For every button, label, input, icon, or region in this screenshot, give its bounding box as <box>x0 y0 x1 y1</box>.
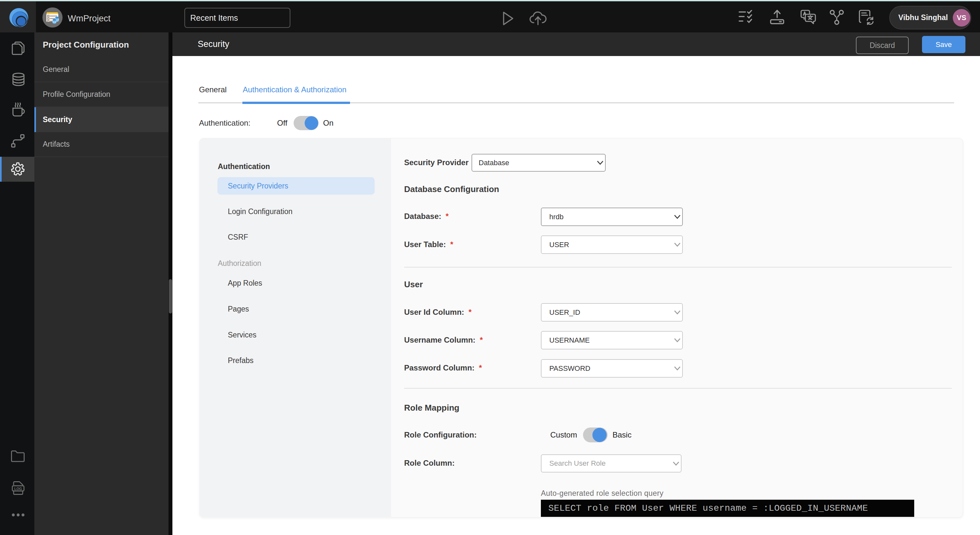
svg-text:LOG: LOG <box>14 487 22 491</box>
